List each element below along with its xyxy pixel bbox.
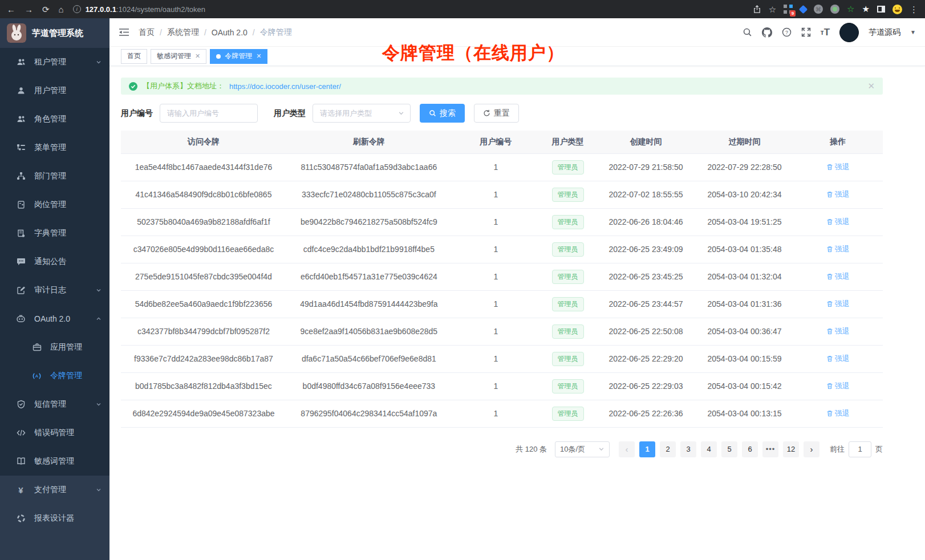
cell-user-id: 1 [452,236,540,263]
close-icon[interactable]: ✕ [195,52,200,60]
table-row: 1ea5e44f8bc1467aaede43144f31de76 811c530… [121,153,883,181]
sidebar-item-sms[interactable]: 短信管理 [0,390,109,419]
sidebar-item-notice[interactable]: 通知公告 [0,247,109,276]
record-extension-icon[interactable] [830,5,839,14]
app-title: 芋道管理系统 [32,28,83,39]
sidebar-item-token-management[interactable]: A 令牌管理 [0,362,109,390]
more-pages-button[interactable]: ••• [762,441,778,457]
tab-sensitive-word[interactable]: 敏感词管理 ✕ [151,49,206,64]
sidebar-item-payment[interactable]: ¥ 支付管理 [0,476,109,504]
user-id-input[interactable] [160,104,258,123]
force-logout-button[interactable]: 强退 [826,381,850,391]
refresh-icon[interactable]: ⟳ [42,5,50,14]
close-icon[interactable]: ✕ [867,81,875,91]
github-icon[interactable] [762,27,772,38]
force-logout-button[interactable]: 强退 [826,326,850,336]
page-button-4[interactable]: 4 [701,441,717,457]
cell-user-id: 1 [452,400,540,427]
pay-yen-icon: ¥ [16,485,26,495]
sidebar-item-dictionary[interactable]: 字典管理 [0,219,109,247]
help-icon[interactable]: ? [782,27,792,37]
sidebar-item-report-designer[interactable]: 报表设计器 [0,504,109,533]
app-logo[interactable]: 芋道管理系统 [0,18,109,48]
sidebar-item-tenant[interactable]: 租户管理 [0,48,109,76]
cell-user-type: 管理员 [540,372,596,400]
search-icon[interactable] [743,27,752,37]
page-button-2[interactable]: 2 [660,441,676,457]
sidebar-item-audit-log[interactable]: 审计日志 [0,276,109,305]
close-icon[interactable]: ✕ [256,52,261,60]
green-star-extension-icon[interactable]: ☆ [847,4,854,14]
force-logout-button[interactable]: 强退 [826,244,850,254]
sidebar-item-post[interactable]: 岗位管理 [0,190,109,219]
tab-home[interactable]: 首页 [121,49,147,64]
next-page-button[interactable]: › [804,441,819,457]
window-extension-icon[interactable] [877,6,885,13]
force-logout-button[interactable]: 强退 [826,354,850,364]
cell-user-type: 管理员 [540,236,596,263]
force-logout-button[interactable]: 强退 [826,189,850,200]
sidebar-item-app-management[interactable]: 应用管理 [0,333,109,362]
page-size-select[interactable]: 10条/页 [555,441,610,457]
bookmark-star-icon[interactable]: ☆ [769,5,776,14]
sidebar-item-role[interactable]: 角色管理 [0,105,109,133]
browser-menu-icon[interactable]: ⋮ [910,5,918,14]
font-size-icon[interactable]: тT [821,27,830,38]
table-row: c342377bf8b344799dcbf7bf095287f2 9ce8ef2… [121,318,883,345]
breadcrumb-home[interactable]: 首页 [139,27,155,38]
force-logout-button[interactable]: 强退 [826,299,850,309]
table-row: b0d1785bc3a8482f812db4a3f3bd15ec b0df498… [121,372,883,400]
url-bar[interactable]: i 127.0.0.1:1024/system/oauth2/token [73,5,744,14]
sidebar-item-error-code[interactable]: 错误码管理 [0,419,109,447]
forward-icon[interactable]: → [25,5,33,14]
sidebar-item-oauth2[interactable]: OAuth 2.0 [0,305,109,333]
site-info-icon[interactable]: i [73,5,81,13]
user-type-label: 用户类型 [274,108,306,119]
alert-doc-link[interactable]: https://doc.iocoder.cn/user-center/ [229,82,341,91]
collapse-menu-icon[interactable] [119,28,129,36]
caret-down-icon[interactable]: ▼ [910,29,916,35]
prev-page-button[interactable]: ‹ [619,441,635,457]
gem-extension-icon[interactable] [799,5,808,14]
share-icon[interactable] [753,5,761,14]
back-icon[interactable]: ← [7,5,15,14]
fullscreen-icon[interactable] [801,27,811,37]
tab-token-management[interactable]: 令牌管理 ✕ [210,49,267,64]
cell-created: 2022-06-25 23:45:25 [595,263,696,290]
command-extension-icon[interactable]: ⌘ [814,5,823,14]
breadcrumb-oauth[interactable]: OAuth 2.0 [212,28,248,37]
page-button-6[interactable]: 6 [742,441,758,457]
white-star-extension-icon[interactable]: ★ [862,4,870,14]
table-row: 502375b8040a469a9b82188afdf6af1f be90422… [121,208,883,236]
page-button-1[interactable]: 1 [639,441,655,457]
user-avatar[interactable] [839,23,859,42]
sidebar-item-sensitive-word[interactable]: 敏感词管理 [0,447,109,476]
search-button[interactable]: 搜索 [420,104,465,123]
page-button-3[interactable]: 3 [680,441,696,457]
token-signal-icon: A [32,371,42,381]
force-logout-button[interactable]: 强退 [826,408,850,419]
breadcrumb-system[interactable]: 系统管理 [167,27,199,38]
cell-expires: 2054-03-04 00:13:15 [696,400,793,427]
sidebar-item-user[interactable]: 用户管理 [0,76,109,105]
force-logout-button[interactable]: 强退 [826,271,850,282]
sidebar-item-department[interactable]: 部门管理 [0,162,109,190]
table-header-row: 访问令牌 刷新令牌 用户编号 用户类型 创建时间 过期时间 操作 [121,131,883,153]
cell-created: 2022-07-29 21:58:50 [595,153,696,181]
force-logout-button[interactable]: 强退 [826,217,850,227]
cell-access-token: 6d842e2924594de9a09e45e087323abe [121,400,286,427]
home-icon[interactable]: ⌂ [59,5,64,14]
reset-button[interactable]: 重置 [474,104,519,123]
refresh-icon [483,109,490,117]
page-button-12[interactable]: 12 [783,441,799,457]
cell-expires: 2054-03-10 20:42:34 [696,181,793,208]
goto-page-input[interactable] [849,441,871,457]
user-type-select[interactable]: 请选择用户类型 [313,104,411,123]
page-button-5[interactable]: 5 [721,441,737,457]
cell-user-id: 1 [452,345,540,372]
extension-grid-icon[interactable]: 9 [784,5,793,14]
sidebar-item-menu[interactable]: 菜单管理 [0,133,109,162]
role-users-icon [16,115,26,124]
emoji-extension-icon[interactable] [892,5,902,14]
force-logout-button[interactable]: 强退 [826,162,850,172]
